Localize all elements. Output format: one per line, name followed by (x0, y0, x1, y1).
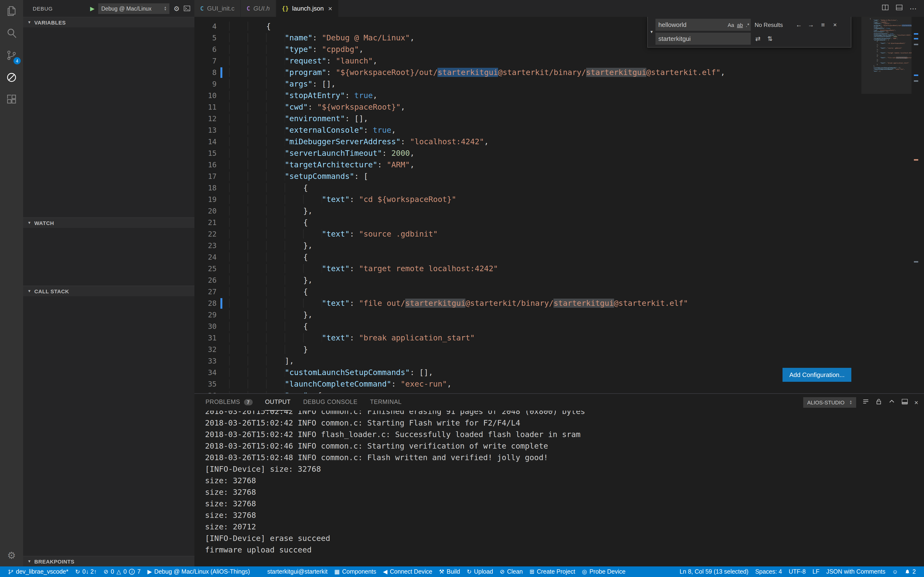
maximize-panel-icon[interactable] (888, 398, 895, 406)
status-clean[interactable]: ⊘Clean (496, 566, 526, 577)
status-branch[interactable]: dev_librae_vscode* (5, 566, 72, 577)
status-2[interactable]: 2 (901, 566, 919, 577)
code-line[interactable]: 36 "osx": { (861, 71, 911, 72)
status-sync[interactable]: ↻ 0↓ 2↑ (72, 566, 100, 577)
code-line[interactable]: 35 "launchCompleteCommand": "exec-run", (194, 379, 861, 390)
code-line[interactable]: 33 ], (194, 355, 861, 367)
code-line[interactable]: 26 }, (194, 274, 861, 286)
code-line[interactable]: 18 { (194, 182, 861, 194)
tab-gui-h[interactable]: C GUI.h (241, 0, 276, 17)
replace-all-icon[interactable]: ⇅ (765, 35, 775, 42)
search-icon[interactable] (0, 22, 23, 44)
status-create-project[interactable]: ⊞Create Project (526, 566, 579, 577)
status-ln-8-col-59-13-selected[interactable]: Ln 8, Col 59 (13 selected) (676, 566, 752, 577)
tab-launch-json[interactable]: {} launch.json × (276, 0, 339, 17)
status-build[interactable]: ⚒Build (436, 566, 464, 577)
code-line[interactable]: 34 "customLaunchSetupCommands": [], (194, 367, 861, 379)
panel-tab-debug-console[interactable]: DEBUG CONSOLE (303, 394, 358, 411)
tab-gui-init-c[interactable]: C GUI_init.c (194, 0, 241, 17)
previous-match-icon[interactable]: ← (794, 21, 804, 28)
minimap[interactable]: 4 {5 "name": "Debug @ Mac/Linux",6 "type… (861, 17, 911, 393)
output-channel-dropdown[interactable]: ALIOS-STUDIO ▲▼ (803, 397, 856, 408)
debug-console-icon[interactable] (183, 5, 191, 12)
code-line[interactable]: 20 }, (194, 205, 861, 217)
replace-input[interactable] (656, 35, 751, 42)
code-line[interactable]: 28 "text": "file out/starterkitgui@start… (194, 298, 861, 309)
output-line: size: 32768 (205, 510, 924, 521)
code-line[interactable]: 19 "text": "cd ${workspaceRoot}" (194, 194, 861, 205)
output-line: 2018-03-26T15:02:42 INFO common.c: Finis… (205, 411, 924, 417)
code-line[interactable]: 23 }, (194, 240, 861, 251)
code-line[interactable]: 30 { (194, 321, 861, 332)
code-line[interactable]: 24 { (194, 251, 861, 263)
code-line[interactable]: 12 "environment": [], (194, 113, 861, 124)
section-breakpoints[interactable]: ▼ BREAKPOINTS (23, 556, 194, 566)
status-connect-device[interactable]: ◀Connect Device (380, 566, 436, 577)
find-input[interactable] (656, 21, 726, 28)
debug-config-dropdown[interactable]: Debug @ Mac/Linux ▲▼ (99, 3, 170, 14)
code-line[interactable]: 36 "osx": { (194, 390, 861, 393)
code-line[interactable]: 32 } (194, 344, 861, 355)
start-debugging-icon[interactable]: ▶ (90, 5, 94, 12)
status-spaces-4[interactable]: Spaces: 4 (752, 566, 785, 577)
settings-gear-icon[interactable]: ⚙ (0, 544, 23, 566)
section-call-stack[interactable]: ▼ CALL STACK (23, 285, 194, 296)
code-line[interactable]: 16 "targetArchitecture": "ARM", (194, 159, 861, 171)
code-line[interactable]: 22 "text": "source .gdbinit" (194, 228, 861, 240)
regex-icon[interactable]: .* (744, 21, 751, 28)
code-line[interactable]: 13 "externalConsole": true, (194, 124, 861, 136)
status-components[interactable]: ▦Components (331, 566, 380, 577)
whole-word-icon[interactable]: ab (736, 21, 745, 28)
status-json-with-comments[interactable]: JSON with Comments (823, 566, 889, 577)
code-line[interactable]: 15 "serverLaunchTimeout": 2000, (194, 148, 861, 159)
code-line[interactable]: 8 "program": "${workspaceRoot}/out/start… (194, 67, 861, 78)
output-console[interactable]: 2018-03-26T15:02:42 INFO common.c: Finis… (194, 411, 924, 566)
status-smiley-icon[interactable]: ☺ (889, 566, 901, 577)
toggle-layout-icon[interactable] (896, 4, 903, 13)
status-lf[interactable]: LF (809, 566, 823, 577)
debug-icon[interactable] (0, 66, 23, 89)
code-line[interactable]: 29 }, (194, 309, 861, 321)
code-line[interactable]: 31 "text": "break application_start" (194, 332, 861, 344)
section-watch[interactable]: ▼ WATCH (23, 218, 194, 228)
code-line[interactable]: 27 { (194, 286, 861, 298)
more-actions-icon[interactable]: ⋯ (909, 4, 917, 13)
match-case-icon[interactable]: Aa (726, 21, 736, 28)
scroll-lock-icon[interactable] (876, 398, 882, 406)
close-panel-icon[interactable]: × (914, 398, 918, 406)
toggle-panel-icon[interactable] (901, 398, 908, 406)
clear-output-icon[interactable] (863, 398, 869, 406)
close-tab-icon[interactable]: × (328, 4, 333, 13)
close-find-icon[interactable]: × (830, 21, 840, 28)
code-line[interactable]: 21 { (194, 217, 861, 228)
panel-tab-problems[interactable]: PROBLEMS 7 (205, 394, 253, 411)
code-line[interactable]: 10 "stopAtEntry": true, (194, 90, 861, 102)
status-debug-config[interactable]: ▶ Debug @ Mac/Linux (AliOS-Things) (144, 566, 253, 577)
add-configuration-button[interactable]: Add Configuration... (782, 368, 851, 382)
code-editor[interactable]: 4 {5 "name": "Debug @ Mac/Linux",6 "type… (194, 17, 924, 393)
code-line[interactable]: 14 "miDebuggerServerAddress": "localhost… (194, 136, 861, 148)
next-match-icon[interactable]: → (806, 21, 816, 28)
section-variables[interactable]: ▼ VARIABLES (23, 17, 194, 27)
extensions-icon[interactable] (0, 89, 23, 111)
source-control-icon[interactable]: 4 (0, 44, 23, 66)
code-line[interactable]: 7 "request": "launch", (194, 55, 861, 67)
panel-tab-output[interactable]: OUTPUT (265, 394, 291, 411)
status-utf-8[interactable]: UTF-8 (785, 566, 809, 577)
explorer-icon[interactable] (0, 0, 23, 22)
status-problems[interactable]: ⊘ 0 △ 0 i 7 (100, 566, 144, 577)
panel-tab-terminal[interactable]: TERMINAL (370, 394, 402, 411)
replace-icon[interactable]: ⇄ (753, 35, 763, 42)
toggle-replace-chevron-icon[interactable]: ▼ (648, 19, 656, 45)
status-upload[interactable]: ↻Upload (464, 566, 496, 577)
status-target[interactable]: starterkitgui@starterkit (264, 566, 331, 577)
call-stack-body (23, 296, 194, 556)
status-probe-device[interactable]: ◎Probe Device (578, 566, 629, 577)
code-line[interactable]: 9 "args": [], (194, 78, 861, 90)
code-line[interactable]: 17 "setupCommands": [ (194, 171, 861, 182)
configure-gear-icon[interactable]: ⚙ (173, 5, 179, 12)
code-line[interactable]: 25 "text": "target remote localhost:4242… (194, 263, 861, 274)
code-line[interactable]: 11 "cwd": "${workspaceRoot}", (194, 102, 861, 113)
find-in-selection-icon[interactable]: ≡ (818, 21, 828, 28)
split-editor-icon[interactable] (882, 4, 889, 13)
